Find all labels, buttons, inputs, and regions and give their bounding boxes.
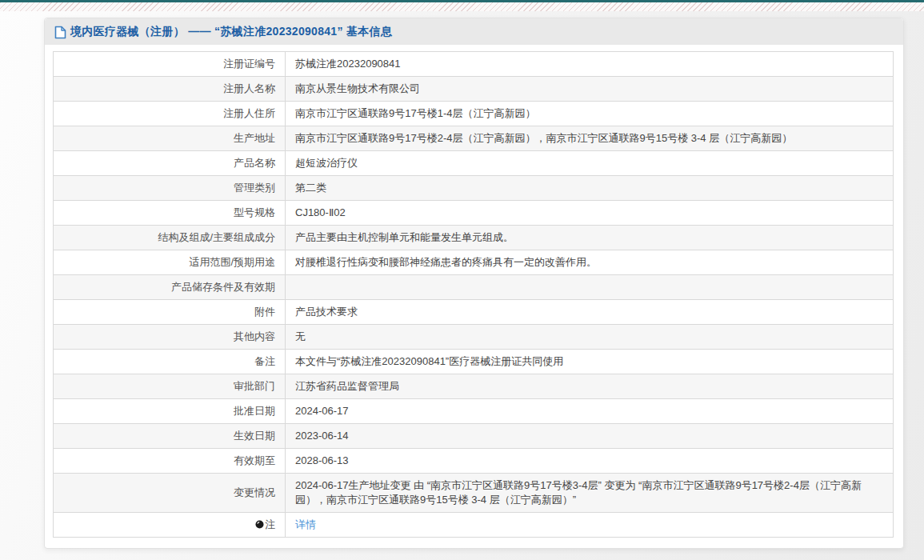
table-row: 结构及组成/主要组成成分产品主要由主机控制单元和能量发生单元组成。 xyxy=(54,226,894,250)
row-label: 其他内容 xyxy=(54,325,286,350)
row-value: 第二类 xyxy=(286,176,894,201)
row-label: 注册人名称 xyxy=(54,77,286,102)
row-label: 产品名称 xyxy=(54,151,286,176)
row-label: 结构及组成/主要组成成分 xyxy=(54,226,286,250)
row-label: 批准日期 xyxy=(54,399,286,424)
table-row: 批准日期2024-06-17 xyxy=(54,399,894,424)
row-label: 注 xyxy=(54,513,286,538)
card-header: 境内医疗器械（注册） —— “苏械注准20232090841” 基本信息 xyxy=(45,18,903,45)
row-value: 详情 xyxy=(286,513,894,538)
row-value: 产品技术要求 xyxy=(286,300,894,325)
table-row: 产品储存条件及有效期 xyxy=(54,275,894,300)
row-value: 南京从景生物技术有限公司 xyxy=(286,77,894,102)
table-row: 附件产品技术要求 xyxy=(54,300,894,325)
row-value: 2024-06-17生产地址变更 由 “南京市江宁区通联路9号17号楼3-4层”… xyxy=(286,474,894,513)
row-value: 苏械注准20232090841 xyxy=(286,52,894,77)
row-value: 2028-06-13 xyxy=(286,449,894,474)
page-title: 境内医疗器械（注册） —— “苏械注准20232090841” 基本信息 xyxy=(70,25,392,39)
registration-info-table: 注册证编号苏械注准20232090841注册人名称南京从景生物技术有限公司注册人… xyxy=(53,51,894,538)
row-value: 南京市江宁区通联路9号17号楼1-4层（江宁高新园） xyxy=(286,102,894,126)
row-value: 无 xyxy=(286,325,894,350)
table-row: 注册证编号苏械注准20232090841 xyxy=(54,52,894,77)
table-row: 适用范围/预期用途对腰椎退行性病变和腰部神经痛患者的疼痛具有一定的改善作用。 xyxy=(54,250,894,275)
row-label: 适用范围/预期用途 xyxy=(54,250,286,275)
table-row: 型号规格CJ180-Ⅱ02 xyxy=(54,201,894,226)
note-dot-icon xyxy=(255,518,264,527)
table-row: 生效日期2023-06-14 xyxy=(54,424,894,449)
row-label: 产品储存条件及有效期 xyxy=(54,275,286,300)
table-row: 产品名称超短波治疗仪 xyxy=(54,151,894,176)
row-value: 江苏省药品监督管理局 xyxy=(286,374,894,399)
row-label: 备注 xyxy=(54,350,286,374)
table-wrap: 注册证编号苏械注准20232090841注册人名称南京从景生物技术有限公司注册人… xyxy=(45,45,903,538)
row-label: 型号规格 xyxy=(54,201,286,226)
table-row: 注册人住所南京市江宁区通联路9号17号楼1-4层（江宁高新园） xyxy=(54,102,894,126)
row-value: CJ180-Ⅱ02 xyxy=(286,201,894,226)
row-label: 生产地址 xyxy=(54,126,286,151)
row-label: 变更情况 xyxy=(54,474,286,513)
table-row: 审批部门江苏省药品监督管理局 xyxy=(54,374,894,399)
row-label: 审批部门 xyxy=(54,374,286,399)
detail-link[interactable]: 详情 xyxy=(295,518,316,530)
table-row: 其他内容无 xyxy=(54,325,894,350)
row-label: 管理类别 xyxy=(54,176,286,201)
row-value xyxy=(286,275,894,300)
table-row: 管理类别第二类 xyxy=(54,176,894,201)
row-value: 南京市江宁区通联路9号17号楼2-4层（江宁高新园），南京市江宁区通联路9号15… xyxy=(286,126,894,151)
row-value: 2024-06-17 xyxy=(286,399,894,424)
registration-info-card: 境内医疗器械（注册） —— “苏械注准20232090841” 基本信息 注册证… xyxy=(44,18,904,549)
row-label: 注册证编号 xyxy=(54,52,286,77)
table-row: 生产地址南京市江宁区通联路9号17号楼2-4层（江宁高新园），南京市江宁区通联路… xyxy=(54,126,894,151)
row-label: 有效期至 xyxy=(54,449,286,474)
row-value: 本文件与“苏械注准20232090841”医疗器械注册证共同使用 xyxy=(286,350,894,374)
table-row: 有效期至2028-06-13 xyxy=(54,449,894,474)
row-label: 注册人住所 xyxy=(54,102,286,126)
row-value: 产品主要由主机控制单元和能量发生单元组成。 xyxy=(286,226,894,250)
top-stripe-pattern xyxy=(0,2,924,11)
table-row: 注详情 xyxy=(54,513,894,538)
row-label: 附件 xyxy=(54,300,286,325)
row-value: 对腰椎退行性病变和腰部神经痛患者的疼痛具有一定的改善作用。 xyxy=(286,250,894,275)
table-row: 变更情况2024-06-17生产地址变更 由 “南京市江宁区通联路9号17号楼3… xyxy=(54,474,894,513)
table-row: 注册人名称南京从景生物技术有限公司 xyxy=(54,77,894,102)
row-value: 2023-06-14 xyxy=(286,424,894,449)
document-icon xyxy=(54,26,66,39)
row-label: 生效日期 xyxy=(54,424,286,449)
table-row: 备注本文件与“苏械注准20232090841”医疗器械注册证共同使用 xyxy=(54,350,894,374)
row-value: 超短波治疗仪 xyxy=(286,151,894,176)
